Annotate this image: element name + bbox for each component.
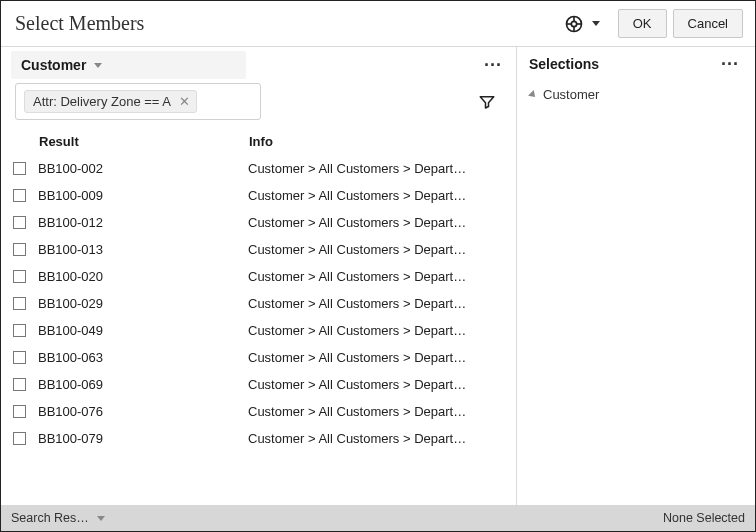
cancel-button[interactable]: Cancel: [673, 9, 743, 38]
row-result: BB100-012: [38, 215, 248, 230]
results-list[interactable]: BB100-002Customer > All Customers > Depa…: [11, 155, 516, 504]
filter-chip[interactable]: Attr: Delivery Zone == A ✕: [24, 90, 197, 113]
row-result: BB100-049: [38, 323, 248, 338]
row-checkbox[interactable]: [13, 243, 26, 256]
row-result: BB100-009: [38, 188, 248, 203]
table-row[interactable]: BB100-002Customer > All Customers > Depa…: [11, 155, 512, 182]
row-info: Customer > All Customers > Depart…: [248, 431, 504, 446]
row-info: Customer > All Customers > Depart…: [248, 242, 504, 257]
row-checkbox[interactable]: [13, 432, 26, 445]
selections-root-node[interactable]: Customer: [529, 85, 743, 104]
help-menu[interactable]: [564, 14, 600, 34]
left-panel-more-button[interactable]: ···: [478, 56, 508, 74]
chevron-down-icon: [94, 63, 102, 68]
row-info: Customer > All Customers > Depart…: [248, 188, 504, 203]
row-result: BB100-020: [38, 269, 248, 284]
table-row[interactable]: BB100-049Customer > All Customers > Depa…: [11, 317, 512, 344]
dimension-label: Customer: [21, 57, 86, 73]
results-header: Result Info: [11, 128, 516, 155]
row-checkbox[interactable]: [13, 324, 26, 337]
row-checkbox[interactable]: [13, 405, 26, 418]
expand-icon: [528, 90, 538, 100]
row-result: BB100-002: [38, 161, 248, 176]
row-checkbox[interactable]: [13, 162, 26, 175]
row-info: Customer > All Customers > Depart…: [248, 269, 504, 284]
ok-button[interactable]: OK: [618, 9, 667, 38]
close-icon[interactable]: ✕: [179, 95, 190, 108]
chevron-down-icon: [592, 21, 600, 26]
row-info: Customer > All Customers > Depart…: [248, 404, 504, 419]
table-row[interactable]: BB100-076Customer > All Customers > Depa…: [11, 398, 512, 425]
column-header-result: Result: [39, 134, 249, 149]
table-row[interactable]: BB100-013Customer > All Customers > Depa…: [11, 236, 512, 263]
table-row[interactable]: BB100-012Customer > All Customers > Depa…: [11, 209, 512, 236]
table-row[interactable]: BB100-069Customer > All Customers > Depa…: [11, 371, 512, 398]
selections-root-label: Customer: [543, 87, 599, 102]
table-row[interactable]: BB100-020Customer > All Customers > Depa…: [11, 263, 512, 290]
chevron-down-icon: [97, 516, 105, 521]
selections-more-button[interactable]: ···: [715, 55, 745, 73]
footer-mode-selector[interactable]: Search Res…: [11, 511, 105, 525]
dimension-selector[interactable]: Customer: [11, 51, 246, 79]
footer-left-label: Search Res…: [11, 511, 89, 525]
row-checkbox[interactable]: [13, 297, 26, 310]
table-row[interactable]: BB100-063Customer > All Customers > Depa…: [11, 344, 512, 371]
row-result: BB100-029: [38, 296, 248, 311]
selections-title: Selections: [529, 56, 599, 72]
filter-icon[interactable]: [478, 93, 496, 111]
row-result: BB100-076: [38, 404, 248, 419]
row-checkbox[interactable]: [13, 378, 26, 391]
row-info: Customer > All Customers > Depart…: [248, 323, 504, 338]
filter-chip-container[interactable]: Attr: Delivery Zone == A ✕: [15, 83, 261, 120]
dimension-bar: Customer ···: [1, 47, 516, 83]
status-bar: Search Res… None Selected: [1, 505, 755, 531]
row-info: Customer > All Customers > Depart…: [248, 161, 504, 176]
dialog-title: Select Members: [15, 12, 144, 35]
selections-header: Selections ···: [517, 47, 755, 81]
filter-chip-label: Attr: Delivery Zone == A: [33, 94, 171, 109]
row-result: BB100-063: [38, 350, 248, 365]
row-checkbox[interactable]: [13, 270, 26, 283]
table-row[interactable]: BB100-079Customer > All Customers > Depa…: [11, 425, 512, 452]
row-info: Customer > All Customers > Depart…: [248, 377, 504, 392]
row-info: Customer > All Customers > Depart…: [248, 215, 504, 230]
row-info: Customer > All Customers > Depart…: [248, 296, 504, 311]
row-info: Customer > All Customers > Depart…: [248, 350, 504, 365]
row-result: BB100-013: [38, 242, 248, 257]
table-row[interactable]: BB100-029Customer > All Customers > Depa…: [11, 290, 512, 317]
row-checkbox[interactable]: [13, 351, 26, 364]
row-result: BB100-069: [38, 377, 248, 392]
footer-selection-count: None Selected: [663, 511, 745, 525]
column-header-info: Info: [249, 134, 508, 149]
support-icon: [564, 14, 584, 34]
dialog-header: Select Members OK Cancel: [1, 1, 755, 47]
row-result: BB100-079: [38, 431, 248, 446]
row-checkbox[interactable]: [13, 189, 26, 202]
table-row[interactable]: BB100-009Customer > All Customers > Depa…: [11, 182, 512, 209]
svg-point-1: [571, 21, 576, 26]
filter-row: Attr: Delivery Zone == A ✕: [1, 83, 516, 128]
row-checkbox[interactable]: [13, 216, 26, 229]
